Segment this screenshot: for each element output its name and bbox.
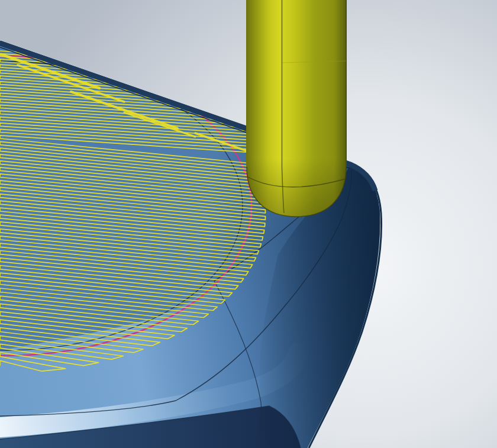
cutting-tool[interactable]	[247, 0, 346, 217]
cam-3d-viewport[interactable]	[0, 0, 497, 448]
scene-3d	[0, 0, 497, 448]
